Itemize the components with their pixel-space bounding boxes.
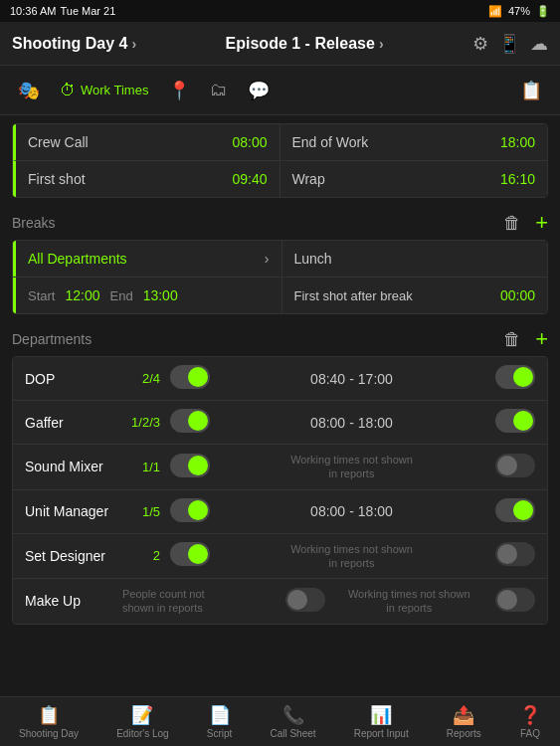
first-shot-cell[interactable]: First shot 09:40 [13, 161, 280, 197]
tab-location[interactable]: 📍 [160, 76, 198, 105]
dept-make-up-toggle-right[interactable] [495, 588, 535, 615]
bottom-tab-faq-label: FAQ [520, 728, 540, 739]
tab-copy[interactable]: 📋 [512, 76, 550, 105]
break-name-label: Lunch [294, 251, 332, 267]
dept-set-designer-count: 2 [122, 548, 160, 563]
tab-theater[interactable]: 🎭 [10, 76, 48, 105]
dept-set-designer-toggle-left-switch[interactable] [170, 542, 210, 566]
first-shot-label: First shot [28, 171, 86, 187]
dept-dop-toggle-left[interactable] [170, 365, 210, 392]
dept-dop-toggle-right-switch[interactable] [495, 365, 535, 389]
break-name-cell[interactable]: Lunch [282, 241, 548, 277]
dept-dop-toggle-left-switch[interactable] [170, 365, 210, 389]
tab-work-times[interactable]: ⏱ Work Times [52, 78, 156, 103]
battery-percent: 47% [508, 5, 530, 17]
tab-chat[interactable]: 💬 [240, 76, 278, 105]
break-dept-cell[interactable]: All Departments › [13, 241, 282, 277]
dept-set-designer-toggle-left[interactable] [170, 542, 210, 569]
crew-call-label: Crew Call [28, 134, 89, 150]
break-row-dept: All Departments › Lunch [13, 241, 547, 278]
dept-set-designer-toggle-right-switch[interactable] [495, 542, 535, 566]
dept-unit-manager-time-end: 18:00 [358, 503, 393, 519]
dept-row-set-designer: Set Designer 2 Working times not shownin… [13, 534, 547, 580]
dept-gaffer-toggle-left-switch[interactable] [170, 409, 210, 433]
editors-log-icon: 📝 [131, 704, 153, 726]
report-input-icon: 📊 [370, 704, 392, 726]
bottom-tab-reports[interactable]: 📤 Reports [447, 704, 481, 739]
bottom-tab-call-sheet[interactable]: 📞 Call Sheet [270, 704, 315, 739]
break-times-cell[interactable]: Start 12:00 End 13:00 [13, 278, 282, 313]
chat-icon: 💬 [248, 80, 270, 101]
settings-icon[interactable]: ⚙ [472, 33, 488, 55]
bottom-tab-script[interactable]: 📄 Script [207, 704, 233, 739]
dept-gaffer-toggle-left[interactable] [170, 409, 210, 436]
bottom-tab-script-label: Script [207, 728, 233, 739]
end-of-work-label: End of Work [292, 134, 369, 150]
bottom-tab-report-input[interactable]: 📊 Report Input [354, 704, 409, 739]
nav-center[interactable]: Episode 1 - Release › [226, 35, 384, 53]
dept-dop-times: 08:40 - 17:00 [218, 371, 485, 387]
dept-gaffer-time-start: 08:00 [310, 415, 345, 431]
dept-unit-manager-toggle-right-switch[interactable] [495, 498, 535, 522]
dept-gaffer-times: 08:00 - 18:00 [218, 415, 485, 431]
crew-call-cell[interactable]: Crew Call 08:00 [13, 124, 280, 161]
dept-gaffer-time-end: 18:00 [358, 415, 393, 431]
nav-left[interactable]: Shooting Day 4 › [12, 35, 136, 53]
faq-icon: ❓ [519, 704, 541, 726]
departments-delete-icon[interactable]: 🗑 [503, 329, 521, 350]
departments-add-icon[interactable]: + [535, 326, 548, 352]
dept-unit-manager-toggle-left-switch[interactable] [170, 498, 210, 522]
status-bar: 10:36 AM Tue Mar 21 📶 47% 🔋 [0, 0, 560, 22]
device-icon[interactable]: 📱 [498, 33, 520, 55]
wrap-cell[interactable]: Wrap 16:10 [280, 161, 548, 197]
dept-sound-mixer-toggle-right-switch[interactable] [495, 454, 535, 477]
dept-sound-mixer-toggle-right[interactable] [495, 454, 535, 480]
dept-set-designer-toggle-right[interactable] [495, 542, 535, 569]
dept-set-designer-name: Set Designer [25, 548, 114, 564]
episode-title: Episode 1 - Release [226, 35, 375, 53]
dept-dop-toggle-right[interactable] [495, 365, 535, 392]
breaks-delete-icon[interactable]: 🗑 [503, 213, 521, 234]
cloud-icon[interactable]: ☁ [530, 33, 548, 55]
dept-make-up-toggle-left[interactable] [285, 588, 325, 615]
dept-make-up-toggle-right-switch[interactable] [495, 588, 535, 612]
shooting-day-title: Shooting Day 4 [12, 35, 127, 53]
dept-gaffer-name: Gaffer [25, 415, 114, 431]
break-first-shot-cell[interactable]: First shot after break 00:00 [282, 278, 548, 313]
departments-actions: 🗑 + [503, 326, 548, 352]
dept-row-make-up: Make Up People count notshown in reports… [13, 579, 547, 624]
dept-dop-dash: - [349, 371, 354, 387]
break-end-label: End [110, 288, 133, 303]
tab-card[interactable]: 🗂 [202, 76, 236, 104]
dept-gaffer-toggle-right[interactable] [495, 409, 535, 436]
end-of-work-cell[interactable]: End of Work 18:00 [280, 124, 548, 161]
break-dept-chevron: › [265, 251, 270, 267]
bottom-tab-editors-log[interactable]: 📝 Editor's Log [116, 704, 169, 739]
dept-unit-manager-toggle-left[interactable] [170, 498, 210, 525]
bottom-tab-faq[interactable]: ❓ FAQ [519, 704, 541, 739]
dept-dop-time-end: 17:00 [358, 371, 393, 387]
reports-icon: 📤 [453, 704, 474, 726]
dept-make-up-note: Working times not shownin reports [333, 587, 486, 616]
wrap-label: Wrap [292, 171, 325, 187]
dept-row-unit-manager: Unit Manager 1/5 08:00 - 18:00 [13, 490, 547, 534]
breaks-add-icon[interactable]: + [535, 210, 548, 236]
dept-gaffer-toggle-right-switch[interactable] [495, 409, 535, 433]
departments-table: DOP 2/4 08:40 - 17:00 Gaffer 1/2/3 08:00 [12, 356, 548, 625]
wifi-icon: 📶 [488, 5, 502, 18]
dept-unit-manager-count: 1/5 [122, 504, 160, 519]
theater-icon: 🎭 [18, 80, 40, 101]
dept-make-up-toggle-left-switch[interactable] [285, 588, 325, 612]
break-start-val: 12:00 [65, 287, 99, 303]
dept-sound-mixer-toggle-left-switch[interactable] [170, 454, 210, 477]
dept-gaffer-dash: - [349, 415, 354, 431]
dept-unit-manager-toggle-right[interactable] [495, 498, 535, 525]
dept-sound-mixer-toggle-left[interactable] [170, 454, 210, 480]
wrap-value: 16:10 [500, 171, 535, 187]
dept-gaffer-count: 1/2/3 [122, 415, 160, 430]
call-sheet-icon: 📞 [282, 704, 304, 726]
script-icon: 📄 [209, 704, 231, 726]
dept-make-up-name: Make Up [25, 593, 114, 609]
bottom-tab-shooting-day[interactable]: 📋 Shooting Day [19, 704, 79, 739]
dept-sound-mixer-note: Working times not shownin reports [218, 453, 485, 481]
